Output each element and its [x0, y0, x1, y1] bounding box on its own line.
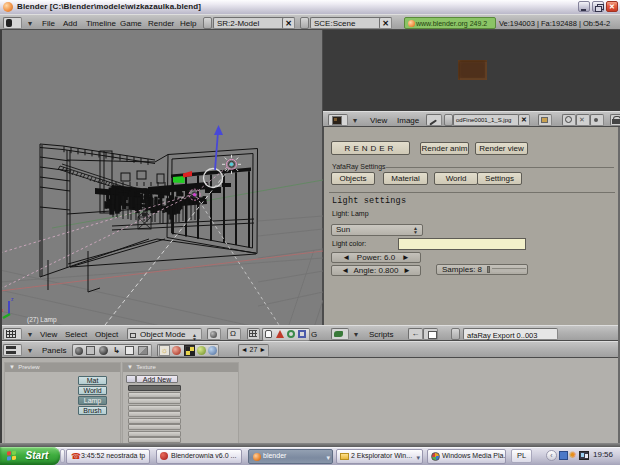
svg-text:(27) Lamp: (27) Lamp [27, 316, 57, 324]
svg-text:z: z [11, 296, 14, 302]
